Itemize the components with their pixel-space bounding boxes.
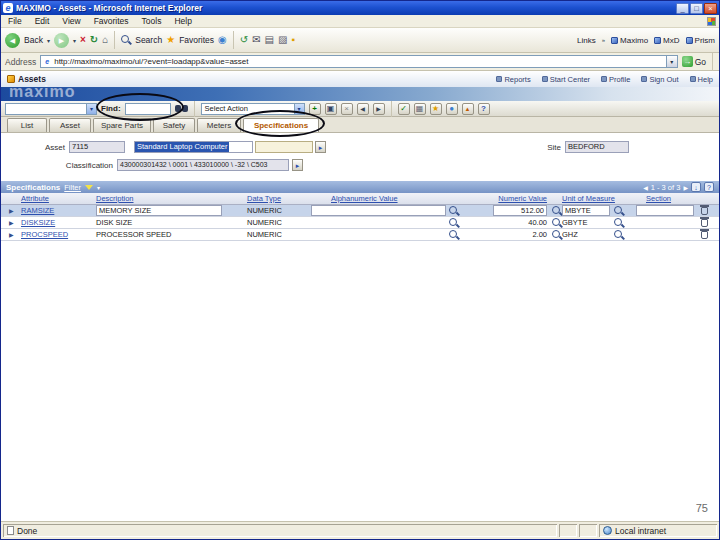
select-value-icon[interactable] bbox=[614, 218, 624, 228]
filter-icon[interactable] bbox=[85, 185, 93, 190]
select-value-icon[interactable] bbox=[449, 230, 459, 240]
forward-button[interactable]: ▶ bbox=[54, 33, 69, 48]
select-value-icon[interactable] bbox=[552, 230, 562, 240]
previous-page-icon[interactable]: ◀ bbox=[643, 184, 648, 191]
select-value-icon[interactable] bbox=[552, 218, 562, 228]
stop-icon[interactable]: × bbox=[80, 34, 86, 46]
expand-filter-icon[interactable]: ▾ bbox=[97, 184, 100, 191]
go-button[interactable]: → Go bbox=[682, 56, 706, 67]
messenger-icon[interactable]: ▪ bbox=[292, 34, 296, 46]
back-button[interactable]: ◀ bbox=[5, 33, 20, 48]
section-input[interactable] bbox=[636, 205, 694, 216]
kpi-icon[interactable]: ▲ bbox=[462, 103, 474, 115]
attachments-icon[interactable]: ● bbox=[446, 103, 458, 115]
column-alphanumeric-value[interactable]: Alphanumeric Value bbox=[331, 194, 398, 203]
menu-file[interactable]: File bbox=[8, 16, 22, 26]
home-icon[interactable]: ⌂ bbox=[102, 34, 108, 46]
search-label[interactable]: Search bbox=[135, 35, 162, 45]
column-section[interactable]: Section bbox=[646, 194, 671, 203]
refresh-icon[interactable]: ↻ bbox=[90, 34, 98, 46]
menu-tools[interactable]: Tools bbox=[142, 16, 162, 26]
menu-help[interactable]: Help bbox=[174, 16, 191, 26]
maximize-button[interactable]: □ bbox=[690, 3, 703, 14]
table-row[interactable]: ▶ DISKSIZE DISK SIZE NUMERIC 40.00 GBYTE bbox=[1, 217, 719, 229]
delete-row-icon[interactable] bbox=[701, 207, 708, 215]
address-dropdown-icon[interactable]: ▾ bbox=[666, 55, 678, 68]
back-dropdown-icon[interactable]: ▾ bbox=[47, 37, 50, 44]
filter-link[interactable]: Filter bbox=[64, 183, 81, 192]
column-unit-of-measure[interactable]: Unit of Measure bbox=[562, 194, 615, 203]
select-value-icon[interactable] bbox=[449, 206, 459, 216]
title-bar[interactable]: e MAXIMO - Assets - Microsoft Internet E… bbox=[1, 1, 719, 15]
long-description-button[interactable]: ▸ bbox=[315, 141, 326, 153]
back-label[interactable]: Back bbox=[24, 35, 43, 45]
select-value-icon[interactable] bbox=[614, 206, 624, 216]
column-description[interactable]: Description bbox=[96, 194, 134, 203]
delete-row-icon[interactable] bbox=[701, 219, 708, 227]
forward-dropdown-icon[interactable]: ▾ bbox=[73, 37, 76, 44]
favorites-icon[interactable]: ★ bbox=[166, 34, 175, 46]
row-detail-arrow-icon[interactable]: ▶ bbox=[9, 219, 14, 226]
edit-icon[interactable]: ▨ bbox=[278, 34, 287, 46]
search-icon[interactable] bbox=[121, 35, 131, 45]
download-icon[interactable]: ↓ bbox=[691, 182, 701, 192]
save-icon[interactable]: ▣ bbox=[325, 103, 337, 115]
nav-reports[interactable]: Reports bbox=[496, 75, 530, 84]
favorites-label[interactable]: Favorites bbox=[179, 35, 214, 45]
close-button[interactable]: × bbox=[704, 3, 717, 14]
nav-sign-out[interactable]: Sign Out bbox=[641, 75, 678, 84]
column-data-type[interactable]: Data Type bbox=[247, 194, 281, 203]
column-numeric-value[interactable]: Numeric Value bbox=[469, 194, 547, 203]
row-detail-arrow-icon[interactable]: ▶ bbox=[9, 231, 14, 238]
select-value-icon[interactable] bbox=[552, 206, 562, 216]
row-detail-arrow-icon[interactable]: ▶ bbox=[9, 207, 14, 214]
asset-description-field[interactable]: Standard Laptop Computer bbox=[134, 141, 253, 153]
media-icon[interactable]: ◉ bbox=[218, 34, 227, 46]
select-value-icon[interactable] bbox=[614, 230, 624, 240]
run-reports-icon[interactable]: ▦ bbox=[414, 103, 426, 115]
tab-list[interactable]: List bbox=[7, 118, 47, 132]
attribute-link[interactable]: RAMSIZE bbox=[21, 206, 54, 215]
numeric-value-input[interactable]: 512.00 bbox=[493, 205, 547, 216]
toolbar-help-icon[interactable]: ? bbox=[478, 103, 490, 115]
address-input[interactable]: e http://maximo/maximo/ui/?event=loadapp… bbox=[40, 55, 666, 68]
description-input[interactable]: MEMORY SIZE bbox=[96, 205, 222, 216]
clear-changes-icon[interactable]: × bbox=[341, 103, 353, 115]
classification-field[interactable]: 430000301432 \ 0001 \ 433010000 \ -32 \ … bbox=[117, 159, 289, 171]
links-chevron-icon[interactable]: » bbox=[602, 37, 605, 43]
site-field[interactable]: BEDFORD bbox=[565, 141, 629, 153]
menu-favorites[interactable]: Favorites bbox=[94, 16, 129, 26]
attribute-link[interactable]: PROCSPEED bbox=[21, 230, 68, 239]
link-maximo[interactable]: Maximo bbox=[611, 36, 648, 45]
print-icon[interactable]: ▤ bbox=[265, 34, 274, 46]
minimize-button[interactable]: _ bbox=[676, 3, 689, 14]
unit-of-measure-input[interactable]: MBYTE bbox=[562, 205, 610, 216]
nav-profile[interactable]: Profile bbox=[601, 75, 630, 84]
tab-asset[interactable]: Asset bbox=[49, 118, 91, 132]
table-help-icon[interactable]: ? bbox=[704, 182, 714, 192]
alphanumeric-value-input[interactable] bbox=[311, 205, 446, 216]
link-prism[interactable]: Prism bbox=[686, 36, 715, 45]
classification-detail-menu-button[interactable]: ▸ bbox=[292, 159, 303, 171]
attribute-link[interactable]: DISKSIZE bbox=[21, 218, 55, 227]
table-row[interactable]: ▶ PROCSPEED PROCESSOR SPEED NUMERIC 2.00… bbox=[1, 229, 719, 241]
queries-select[interactable]: ▾ bbox=[5, 103, 97, 115]
change-status-icon[interactable]: ✓ bbox=[398, 103, 410, 115]
bookmarks-icon[interactable]: ★ bbox=[430, 103, 442, 115]
column-attribute[interactable]: Attribute bbox=[21, 194, 49, 203]
next-page-icon[interactable]: ▶ bbox=[683, 184, 688, 191]
tab-safety[interactable]: Safety bbox=[153, 118, 195, 132]
nav-start-center[interactable]: Start Center bbox=[542, 75, 590, 84]
link-mxd[interactable]: MxD bbox=[654, 36, 679, 45]
menu-view[interactable]: View bbox=[62, 16, 80, 26]
menu-edit[interactable]: Edit bbox=[35, 16, 50, 26]
previous-row-icon[interactable]: ◀ bbox=[357, 103, 369, 115]
long-description-field[interactable] bbox=[255, 141, 313, 153]
next-row-icon[interactable]: ▶ bbox=[373, 103, 385, 115]
delete-row-icon[interactable] bbox=[701, 231, 708, 239]
nav-help[interactable]: Help bbox=[690, 75, 713, 84]
select-value-icon[interactable] bbox=[449, 218, 459, 228]
mail-icon[interactable]: ✉ bbox=[252, 34, 260, 46]
history-icon[interactable]: ↺ bbox=[240, 34, 248, 46]
asset-field[interactable]: 7115 bbox=[69, 141, 125, 153]
